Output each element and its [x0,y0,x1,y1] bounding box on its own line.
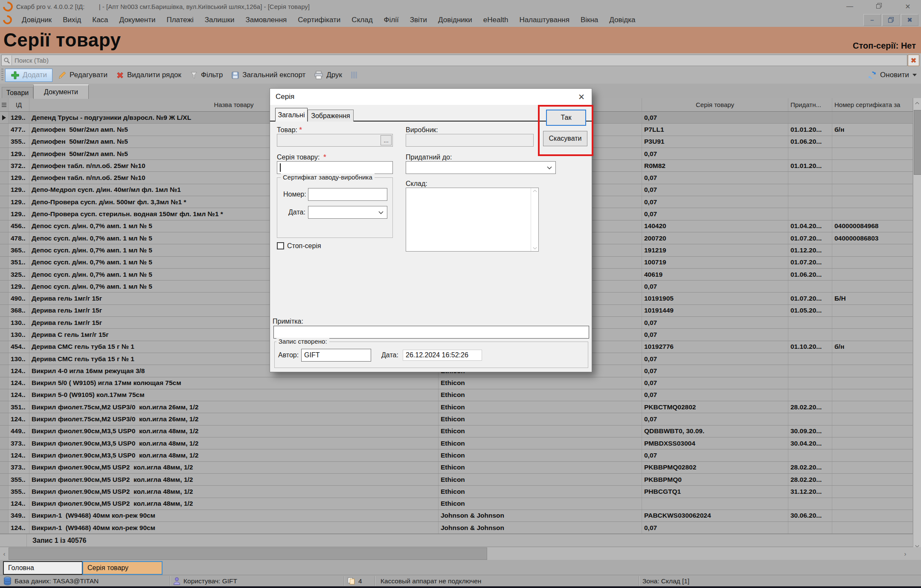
menu-item-Звіти[interactable]: Звіти [404,13,433,27]
mdi-restore-icon[interactable] [882,14,900,26]
horizontal-scroll-thumb[interactable] [9,547,487,560]
cert-number-field[interactable] [308,188,387,201]
column-header-series[interactable]: Серія товару [642,98,788,111]
table-row[interactable]: 349..Викрил-1 (W9468) 40мм кол-реж 90смJ… [0,510,913,522]
delete-row-button[interactable]: Видалити рядок [113,69,185,81]
menu-item-Залишки[interactable]: Залишки [199,13,240,27]
table-row[interactable]: 124..Викрил 5-0 (W9105) кол.17мм 75смEth… [0,389,913,401]
note-field[interactable] [273,326,589,339]
columns-button[interactable] [347,70,361,81]
cell-valid [788,329,832,340]
cell-cert [832,305,913,316]
cell-valid [788,196,832,208]
ok-button[interactable]: Так [546,110,586,126]
mdi-close-icon[interactable]: ✖ [901,14,918,26]
restore-icon[interactable] [873,3,884,10]
tab-holovna[interactable]: Головна [3,561,83,575]
search-icon[interactable] [2,55,12,65]
cell-series: 0,07 [642,184,788,196]
product-field[interactable]: ... [277,134,393,147]
vertical-scrollbar[interactable] [913,98,921,551]
tab-seriya-tovaru[interactable]: Серія товару [82,561,163,575]
tab-dokumenty[interactable]: Документи [33,84,89,99]
table-row[interactable]: 124..Викрил-1 (W9468) 40мм кол-реж 90смJ… [0,522,913,534]
dialog-tab-image[interactable]: Зображення [308,110,354,122]
menu-item-Каса[interactable]: Каса [87,13,113,27]
cell-valid: 30.06.20... [788,510,832,521]
menu-item-Склад[interactable]: Склад [346,13,378,27]
search-input[interactable] [12,57,907,64]
table-row[interactable]: 124..Викрил 5/0 ( W9105) игла 17мм колющ… [0,377,913,389]
column-header-valid[interactable]: Придатн... [788,98,832,111]
cancel-button[interactable]: Скасувати [543,131,587,146]
menu-item-Вихід[interactable]: Вихід [57,13,87,27]
minimize-icon[interactable]: — [844,3,855,10]
close-icon[interactable]: ✕ [902,3,913,11]
cert-date-combobox[interactable] [308,206,387,219]
menu-item-Замовлення[interactable]: Замовлення [240,13,292,27]
created-date-field[interactable]: 26.12.2024 16:52:26 [403,350,482,361]
column-header-cert[interactable]: Номер сертифіката за [832,98,913,111]
menu-item-Документи[interactable]: Документи [114,13,161,27]
certificate-group: Сертифікат заводу-виробника Номер: Дата: [277,177,393,238]
grid-corner-icon[interactable] [0,98,9,111]
edit-button[interactable]: Редагувати [54,69,111,81]
table-row[interactable]: 124..Викрил фиолет.90см,М5 USP2 кол.игла… [0,498,913,510]
product-browse-button[interactable]: ... [381,135,392,145]
print-button[interactable]: Друк [311,69,346,81]
warehouse-textarea[interactable] [406,188,539,252]
export-button[interactable]: Загальний експорт [228,69,309,81]
cell-valid [788,317,832,328]
menu-item-eHealth[interactable]: eHealth [478,13,514,27]
valid-until-combobox[interactable] [406,161,556,174]
table-row[interactable]: 373..Викрил фиолет.90см,М3,5 USP0 кол.иг… [0,437,913,449]
scroll-left-icon[interactable]: ‹ [0,547,9,560]
table-row[interactable]: 351..Викрил фиолет.75см,М2 USP3/0 кол.иг… [0,401,913,413]
clear-search-icon[interactable] [908,55,919,66]
manufacturer-field[interactable] [406,134,534,147]
chevron-down-icon[interactable] [378,209,384,216]
cell-valid: 01.06.20... [788,136,832,148]
menu-item-Довідник[interactable]: Довідник [16,13,57,27]
menu-item-Вікна[interactable]: Вікна [575,13,604,27]
table-row[interactable]: 355..Викрил фиолет.90см,М5 USP2 кол.игла… [0,474,913,486]
menu-item-Сертифікати[interactable]: Сертифікати [292,13,346,27]
table-row[interactable]: 124..Викрил фиолет.75см,М2 USP3/0 кол.иг… [0,413,913,425]
toolbar-grip[interactable] [1,69,3,81]
dialog-close-icon[interactable]: ✕ [578,92,585,102]
tab-tovary[interactable]: Товари [2,87,33,98]
cell-cert [832,510,913,521]
scroll-up-icon[interactable] [913,98,921,107]
menu-item-Довідники[interactable]: Довідники [433,13,478,27]
mdi-minimize-icon[interactable]: – [863,14,881,26]
table-row[interactable]: 355..Викрил фиолет.90см,М5 USP2 кол.игла… [0,486,913,498]
menu-item-Платежі[interactable]: Платежі [161,13,199,27]
refresh-button[interactable]: Оновити [868,71,921,80]
filter-button[interactable]: Фільтр [186,69,226,81]
series-field[interactable] [277,161,393,174]
menu-item-Довідка[interactable]: Довідка [604,13,641,27]
refresh-dropdown-icon[interactable] [912,74,917,76]
row-indicator [0,305,9,316]
cell-id: 129.. [9,112,29,123]
scroll-right-icon[interactable]: › [901,547,909,560]
vertical-scroll-thumb[interactable] [914,110,921,175]
cell-cert [832,437,913,449]
stop-series-checkbox[interactable] [277,242,284,249]
table-row[interactable]: 449..Викрил фиолет.90см,М3,5 USP0 кол.иг… [0,426,913,437]
horizontal-scrollbar[interactable]: ‹ › [0,547,921,560]
author-field[interactable]: GIFT [301,349,371,362]
chevron-down-icon[interactable] [547,164,552,171]
menu-item-Налаштування[interactable]: Налаштування [514,13,575,27]
cell-cert [832,353,913,365]
textarea-scrollbar[interactable] [531,188,538,251]
cell-id: 449.. [9,426,29,437]
row-indicator [0,437,9,449]
table-row[interactable]: 124..Викрил фиолет.90см,М3,5 USP0 кол.иг… [0,449,913,461]
column-header-id[interactable]: ІД [9,98,29,111]
cell-id: 129.. [9,208,29,220]
dialog-tab-general[interactable]: Загальні [275,108,308,122]
table-row[interactable]: 373..Викрил фиолет.90см,М5 USP2 кол.игла… [0,462,913,474]
menu-item-Філії[interactable]: Філії [378,13,404,27]
add-button[interactable]: Додати [5,69,52,82]
